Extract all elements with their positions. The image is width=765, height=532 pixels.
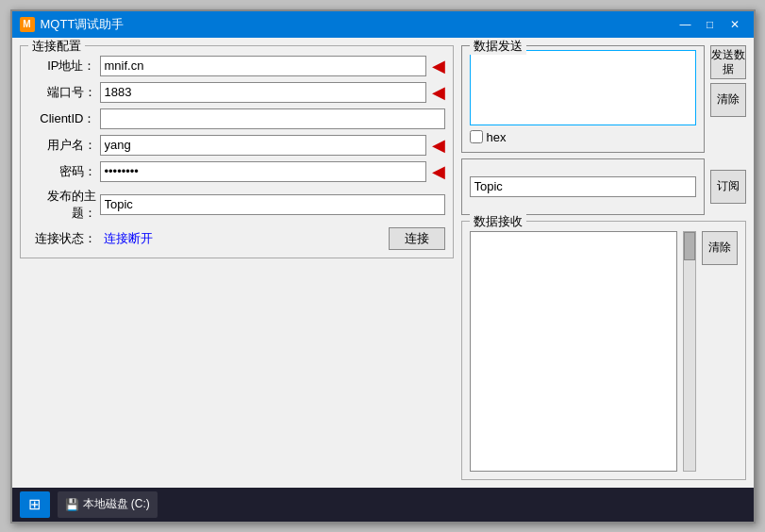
- send-textarea[interactable]: [470, 50, 696, 125]
- subscribe-btn-wrapper: 订阅: [710, 158, 746, 215]
- clientid-row: ClientID：: [28, 108, 445, 129]
- send-group-title: 数据发送: [470, 38, 526, 55]
- taskbar-disk-item[interactable]: 💾 本地磁盘 (C:): [58, 491, 158, 518]
- scroll-thumb[interactable]: [684, 232, 695, 260]
- ip-label: IP地址：: [28, 58, 96, 75]
- disk-label: 本地磁盘 (C:): [83, 496, 150, 512]
- connection-group: 连接配置 IP地址： ◀ 端口号： ◀ ClientID： 用户名：: [20, 45, 454, 258]
- main-content: 连接配置 IP地址： ◀ 端口号： ◀ ClientID： 用户名：: [12, 38, 754, 488]
- title-bar: M MQTT调试助手 — □ ✕: [12, 11, 754, 38]
- publish-input[interactable]: [100, 194, 445, 215]
- send-buttons: 发送数据 清除: [710, 45, 746, 153]
- app-icon: M: [20, 17, 35, 32]
- subscribe-topic-input[interactable]: [470, 176, 696, 197]
- subscribe-button[interactable]: 订阅: [710, 170, 746, 204]
- left-panel: 连接配置 IP地址： ◀ 端口号： ◀ ClientID： 用户名：: [20, 45, 454, 480]
- disk-icon: 💾: [65, 498, 79, 511]
- clientid-label: ClientID：: [28, 110, 96, 127]
- close-button[interactable]: ✕: [723, 15, 746, 34]
- taskbar: ⊞ 💾 本地磁盘 (C:): [12, 488, 754, 522]
- receive-group: 数据接收 清除: [461, 221, 746, 480]
- connect-button[interactable]: 连接: [389, 227, 445, 250]
- status-link[interactable]: 连接断开: [104, 230, 153, 247]
- hex-label: hex: [487, 130, 507, 144]
- send-group: 数据发送 hex: [461, 45, 705, 153]
- receive-textarea[interactable]: [470, 231, 677, 472]
- subscribe-section: 订阅: [461, 158, 746, 215]
- subscribe-input-box: [461, 158, 705, 215]
- password-label: 密码：: [28, 163, 96, 180]
- publish-label: 发布的主题：: [28, 188, 96, 222]
- clientid-input[interactable]: [100, 108, 445, 129]
- password-input[interactable]: [100, 161, 426, 182]
- port-input[interactable]: [100, 82, 426, 103]
- send-button[interactable]: 发送数据: [710, 45, 746, 79]
- port-label: 端口号：: [28, 84, 96, 101]
- password-arrow-icon: ◀: [432, 161, 445, 182]
- port-row: 端口号： ◀: [28, 82, 445, 103]
- hex-checkbox[interactable]: [470, 130, 483, 143]
- receive-content: 清除: [470, 231, 738, 472]
- connection-group-title: 连接配置: [28, 38, 85, 55]
- receive-scrollbar[interactable]: [683, 231, 696, 472]
- clear-send-button[interactable]: 清除: [710, 83, 746, 117]
- receive-textarea-wrapper: [470, 231, 677, 472]
- receive-group-title: 数据接收: [470, 213, 526, 230]
- send-section: 数据发送 hex 发送数据 清除: [461, 45, 746, 153]
- ip-input[interactable]: [100, 56, 426, 76]
- right-panel: 数据发送 hex 发送数据 清除: [461, 45, 746, 480]
- username-input[interactable]: [100, 135, 426, 156]
- maximize-button[interactable]: □: [699, 15, 722, 34]
- window-controls: — □ ✕: [674, 15, 746, 34]
- start-button[interactable]: ⊞: [20, 491, 50, 518]
- password-row: 密码： ◀: [28, 161, 445, 182]
- status-label: 连接状态：: [28, 230, 96, 247]
- status-row: 连接状态： 连接断开 连接: [28, 227, 445, 250]
- username-row: 用户名： ◀: [28, 135, 445, 156]
- receive-buttons: 清除: [702, 231, 738, 472]
- window-title: MQTT调试助手: [41, 16, 674, 33]
- ip-arrow-icon: ◀: [432, 56, 445, 76]
- clear-receive-button[interactable]: 清除: [702, 231, 738, 265]
- publish-row: 发布的主题：: [28, 188, 445, 222]
- hex-row: hex: [470, 130, 696, 144]
- username-arrow-icon: ◀: [432, 135, 445, 156]
- port-arrow-icon: ◀: [432, 82, 445, 103]
- minimize-button[interactable]: —: [674, 15, 697, 34]
- ip-row: IP地址： ◀: [28, 56, 445, 76]
- username-label: 用户名：: [28, 137, 96, 154]
